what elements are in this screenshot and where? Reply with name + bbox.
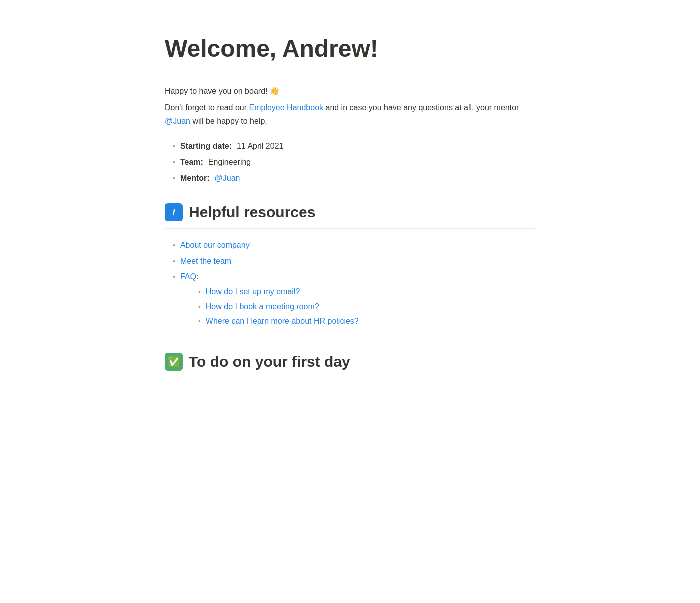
detail-label-team: Team: <box>180 156 204 169</box>
resource-faq: FAQ: How do I set up my email? How do I … <box>165 270 535 330</box>
todo-heading-text: To do on your first day <box>189 350 350 374</box>
detail-value-team: Engineering <box>208 156 251 169</box>
faq-item-wrapper: FAQ: How do I set up my email? How do I … <box>180 270 359 330</box>
faq-hr-policies: Where can I learn more about HR policies… <box>180 315 359 328</box>
resources-section: i Helpful resources About our company Me… <box>165 200 535 330</box>
meet-team-link[interactable]: Meet the team <box>180 255 232 268</box>
detail-label-starting-date: Starting date: <box>180 140 232 153</box>
detail-label-mentor: Mentor: <box>180 172 210 185</box>
faq-hr-link[interactable]: Where can I learn more about HR policies… <box>206 315 359 328</box>
resources-heading-text: Helpful resources <box>189 200 316 224</box>
faq-meeting-room-link[interactable]: How do I book a meeting room? <box>206 300 320 314</box>
mentor-link-intro[interactable]: @Juan <box>165 117 190 126</box>
detail-starting-date: Starting date: 11 April 2021 <box>165 140 535 153</box>
resources-list: About our company Meet the team FAQ: How… <box>165 239 535 330</box>
detail-value-starting-date: 11 April 2021 <box>237 140 284 153</box>
intro-line1: Happy to have you on board! 👋 <box>165 84 535 98</box>
faq-sublist: How do I set up my email? How do I book … <box>180 286 359 328</box>
intro-middle: and in case you have any questions at al… <box>324 104 519 112</box>
check-icon: ✅ <box>165 353 183 371</box>
resources-heading: i Helpful resources <box>165 200 535 229</box>
faq-meeting-room: How do I book a meeting room? <box>180 300 359 314</box>
todo-heading: ✅ To do on your first day <box>165 350 535 378</box>
faq-link[interactable]: FAQ <box>180 272 196 281</box>
intro-suffix: will be happy to help. <box>190 117 268 126</box>
faq-email-link[interactable]: How do I set up my email? <box>206 286 300 298</box>
detail-team: Team: Engineering <box>165 156 535 169</box>
mentor-link-detail[interactable]: @Juan <box>215 172 240 185</box>
intro-line2: Don't forget to read our Employee Handbo… <box>165 101 535 128</box>
employee-handbook-link[interactable]: Employee Handbook <box>249 104 324 112</box>
page-container: Welcome, Andrew! Happy to have you on bo… <box>125 0 575 438</box>
faq-email: How do I set up my email? <box>180 286 359 298</box>
detail-mentor: Mentor: @Juan <box>165 172 535 185</box>
info-icon: i <box>165 204 183 222</box>
resource-about: About our company <box>165 239 535 252</box>
resource-meet-team: Meet the team <box>165 255 535 268</box>
intro-paragraph: Happy to have you on board! 👋 Don't forg… <box>165 84 535 128</box>
faq-colon: : <box>196 272 198 281</box>
todo-section: ✅ To do on your first day <box>165 350 535 378</box>
page-title: Welcome, Andrew! <box>165 30 535 68</box>
details-list: Starting date: 11 April 2021 Team: Engin… <box>165 140 535 184</box>
about-company-link[interactable]: About our company <box>180 239 250 252</box>
intro-prefix: Don't forget to read our <box>165 104 249 112</box>
